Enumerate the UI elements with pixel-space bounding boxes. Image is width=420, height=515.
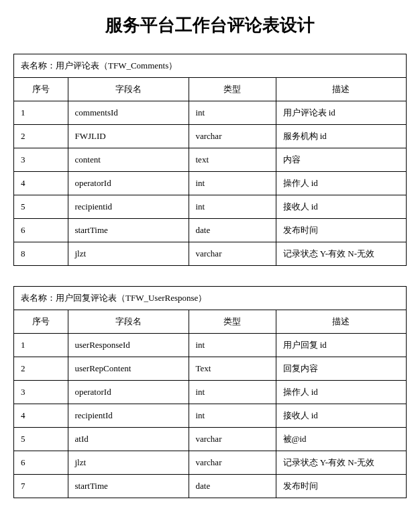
table-cell: text: [189, 148, 276, 172]
table-cell: FWJLID: [68, 125, 189, 148]
table-header: 字段名: [68, 78, 189, 101]
table-cell: 接收人 id: [276, 195, 406, 219]
table-cell: 6: [14, 219, 68, 242]
table-cell: varchar: [189, 125, 276, 148]
table-cell: 被@id: [276, 428, 406, 451]
table-cell: 内容: [276, 148, 406, 172]
table-row: 4operatorIdint操作人 id: [14, 172, 406, 195]
table-cell: recipientId: [68, 404, 189, 428]
table-cell: 1: [14, 101, 68, 125]
table-cell: int: [189, 334, 276, 357]
table-row: 2userRepContentText回复内容: [14, 357, 406, 381]
table-name-label: 表名称：用户评论表（TFW_Comments）: [14, 54, 406, 78]
table-cell: date: [189, 219, 276, 242]
table-container: 表名称：用户评论表（TFW_Comments）序号字段名类型描述1comment…: [13, 54, 407, 266]
table-cell: userRepContent: [68, 357, 189, 381]
table-header: 描述: [276, 310, 406, 334]
table-cell: 操作人 id: [276, 381, 406, 404]
table-cell: int: [189, 381, 276, 404]
table-cell: jlzt: [68, 242, 189, 266]
table-cell: recipientid: [68, 195, 189, 219]
table-row: 3operatorIdint操作人 id: [14, 381, 406, 404]
page-title: 服务平台工作台评论表设计: [13, 13, 407, 37]
table-cell: commentsId: [68, 101, 189, 125]
table-cell: 3: [14, 381, 68, 404]
table-cell: startTime: [68, 475, 189, 498]
table-cell: 发布时间: [276, 475, 406, 498]
table-row: 1userResponseIdint用户回复 id: [14, 334, 406, 357]
table-header: 字段名: [68, 310, 189, 334]
table-cell: 8: [14, 242, 68, 266]
table-container: 表名称：用户回复评论表（TFW_UserResponse）序号字段名类型描述1u…: [13, 286, 407, 498]
table-cell: date: [189, 475, 276, 498]
table-header: 类型: [189, 78, 276, 101]
table-cell: 5: [14, 428, 68, 451]
table-cell: operatorId: [68, 172, 189, 195]
table-row: 1commentsIdint用户评论表 id: [14, 101, 406, 125]
table-cell: int: [189, 195, 276, 219]
table-row: 5recipientidint接收人 id: [14, 195, 406, 219]
data-table: 序号字段名类型描述1commentsIdint用户评论表 id2FWJLIDva…: [14, 78, 406, 265]
table-cell: 4: [14, 404, 68, 428]
table-header: 序号: [14, 78, 68, 101]
table-cell: jlzt: [68, 451, 189, 475]
table-row: 8jlztvarchar记录状态 Y-有效 N-无效: [14, 242, 406, 266]
table-cell: 用户评论表 id: [276, 101, 406, 125]
table-cell: int: [189, 101, 276, 125]
table-cell: varchar: [189, 451, 276, 475]
table-cell: varchar: [189, 242, 276, 266]
table-cell: 服务机构 id: [276, 125, 406, 148]
table-header: 类型: [189, 310, 276, 334]
table-header: 序号: [14, 310, 68, 334]
table-cell: 7: [14, 475, 68, 498]
table-cell: 4: [14, 172, 68, 195]
table-cell: 6: [14, 451, 68, 475]
table-cell: startTime: [68, 219, 189, 242]
table-cell: 回复内容: [276, 357, 406, 381]
table-name-label: 表名称：用户回复评论表（TFW_UserResponse）: [14, 287, 406, 310]
table-row: 7startTimedate发布时间: [14, 475, 406, 498]
data-table: 序号字段名类型描述1userResponseIdint用户回复 id2userR…: [14, 310, 406, 498]
table-cell: int: [189, 172, 276, 195]
table-row: 2FWJLIDvarchar服务机构 id: [14, 125, 406, 148]
table-cell: 2: [14, 357, 68, 381]
table-cell: 发布时间: [276, 219, 406, 242]
table-cell: 5: [14, 195, 68, 219]
table-cell: 记录状态 Y-有效 N-无效: [276, 242, 406, 266]
table-cell: content: [68, 148, 189, 172]
table-cell: 2: [14, 125, 68, 148]
table-cell: userResponseId: [68, 334, 189, 357]
table-cell: 记录状态 Y-有效 N-无效: [276, 451, 406, 475]
table-cell: Text: [189, 357, 276, 381]
table-row: 5atIdvarchar被@id: [14, 428, 406, 451]
table-row: 6startTimedate发布时间: [14, 219, 406, 242]
table-cell: varchar: [189, 428, 276, 451]
table-cell: 用户回复 id: [276, 334, 406, 357]
table-cell: 3: [14, 148, 68, 172]
table-cell: 操作人 id: [276, 172, 406, 195]
table-row: 6jlztvarchar记录状态 Y-有效 N-无效: [14, 451, 406, 475]
table-row: 3contenttext内容: [14, 148, 406, 172]
table-header: 描述: [276, 78, 406, 101]
table-cell: int: [189, 404, 276, 428]
table-cell: 接收人 id: [276, 404, 406, 428]
table-cell: atId: [68, 428, 189, 451]
table-row: 4recipientIdint接收人 id: [14, 404, 406, 428]
table-cell: operatorId: [68, 381, 189, 404]
table-cell: 1: [14, 334, 68, 357]
